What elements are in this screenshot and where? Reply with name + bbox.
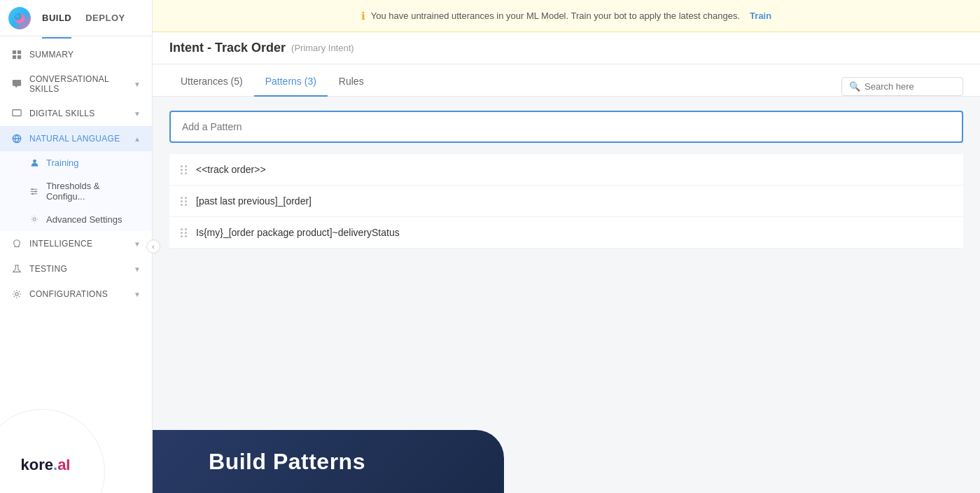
build-patterns-text: Build Patterns <box>209 449 365 475</box>
pattern-list: <<track order>> [past last previous]_[or… <box>169 154 963 249</box>
kore-logo-circle: kore.aI <box>0 409 105 493</box>
sidebar-item-conversational-skills[interactable]: CONVERSATIONAL SKILLS ▼ <box>0 67 152 101</box>
sidebar-item-natural-language[interactable]: NATURAL LANGUAGE ▲ <box>0 126 152 151</box>
sidebar-item-thresholds[interactable]: Thresholds & Configu... <box>0 174 152 208</box>
beaker-icon <box>11 263 22 275</box>
notification-bar: ℹ You have untrained utterances in your … <box>153 0 980 32</box>
pattern-text-2: [past last previous]_[order] <box>196 195 312 207</box>
pattern-item-3: Is{my}_[order package product]~deliveryS… <box>169 217 963 249</box>
search-icon: 🔍 <box>849 81 860 92</box>
app-logo <box>8 7 31 29</box>
sidebar-item-advanced-settings[interactable]: Advanced Settings <box>0 208 152 231</box>
sidebar-item-configurations[interactable]: CONFIGURATIONS ▼ <box>0 282 152 307</box>
sidebar-item-summary[interactable]: SUMMARY <box>0 42 152 67</box>
sidebar-label-configurations: CONFIGURATIONS <box>29 289 127 299</box>
chevron-down-icon-5: ▼ <box>134 291 141 298</box>
tab-rules-label: Rules <box>339 76 364 87</box>
chevron-down-icon-2: ▼ <box>134 110 141 118</box>
tab-rules[interactable]: Rules <box>328 67 375 97</box>
kore-logo: kore.aI <box>21 456 71 474</box>
brain-icon <box>11 238 22 249</box>
pattern-input-container <box>169 111 963 143</box>
sidebar-item-intelligence[interactable]: INTELLIGENCE ▼ <box>0 231 152 256</box>
svg-rect-2 <box>18 50 21 54</box>
tabs-row: Utterances (5) Patterns (3) Rules 🔍 <box>153 64 980 97</box>
pattern-text-3: Is{my}_[order package product]~deliveryS… <box>196 227 400 238</box>
train-link[interactable]: Train <box>750 11 771 21</box>
sidebar-item-testing[interactable]: TESTING ▼ <box>0 256 152 282</box>
add-pattern-input[interactable] <box>182 121 951 132</box>
build-patterns-banner: Build Patterns <box>153 430 504 493</box>
svg-point-9 <box>35 190 36 192</box>
svg-rect-3 <box>13 55 16 59</box>
nav-tab-deploy[interactable]: DEPLOY <box>85 10 125 26</box>
chevron-down-icon-3: ▼ <box>134 240 141 248</box>
natural-language-submenu: Training Thresholds & Configu... Advance… <box>0 151 152 231</box>
language-icon <box>11 133 22 144</box>
sidebar-label-intelligence: INTELLIGENCE <box>29 239 127 249</box>
nav-tab-build[interactable]: BUILD <box>42 10 71 26</box>
tab-patterns[interactable]: Patterns (3) <box>254 67 328 97</box>
svg-point-0 <box>15 13 25 23</box>
svg-point-10 <box>32 193 34 194</box>
nav-tabs: BUILD DEPLOY <box>42 10 125 26</box>
svg-rect-5 <box>13 110 21 116</box>
drag-handle-3[interactable] <box>181 228 188 237</box>
sidebar-label-training: Training <box>46 158 78 168</box>
pattern-item-2: [past last previous]_[order] <box>169 186 963 217</box>
tab-utterances[interactable]: Utterances (5) <box>169 67 254 97</box>
monitor-icon <box>11 108 22 119</box>
chat-icon <box>11 78 22 90</box>
svg-point-7 <box>33 160 36 163</box>
svg-point-11 <box>15 293 18 296</box>
main-content: ℹ You have untrained utterances in your … <box>153 0 980 493</box>
sidebar-label-thresholds: Thresholds & Configu... <box>46 181 141 202</box>
sidebar-label-testing: TESTING <box>29 264 127 274</box>
sidebar-item-training[interactable]: Training <box>0 151 152 174</box>
tab-utterances-label: Utterances (5) <box>181 76 243 87</box>
svg-rect-4 <box>18 55 21 59</box>
page-title: Intent - Track Order <box>169 41 286 55</box>
drag-handle-2[interactable] <box>181 197 188 206</box>
chevron-down-icon: ▼ <box>134 81 141 88</box>
sidebar-collapse-button[interactable]: ‹ <box>146 239 160 254</box>
search-input[interactable] <box>864 81 955 92</box>
sidebar-label-conversational: CONVERSATIONAL SKILLS <box>29 74 127 94</box>
svg-point-8 <box>31 188 33 190</box>
gear-icon <box>29 215 39 225</box>
pattern-text-1: <<track order>> <box>196 164 266 175</box>
search-box: 🔍 <box>841 77 963 96</box>
top-nav-bar: BUILD DEPLOY <box>0 0 152 36</box>
sidebar-label-digital: DIGITAL SKILLS <box>29 109 127 118</box>
page-subtitle: (Primary Intent) <box>291 43 354 53</box>
settings-icon <box>11 289 22 300</box>
notification-message: You have untrained utterances in your ML… <box>371 11 740 21</box>
tab-patterns-label: Patterns (3) <box>265 76 316 87</box>
chevron-down-icon-4: ▼ <box>134 265 141 273</box>
info-icon: ℹ <box>361 10 365 22</box>
person-icon <box>29 158 39 168</box>
page-header: Intent - Track Order (Primary Intent) <box>153 32 980 64</box>
grid-icon <box>11 49 22 60</box>
sidebar: BUILD DEPLOY SUMMARY CONVERSATIONAL SKIL… <box>0 0 153 493</box>
drag-handle-1[interactable] <box>181 165 188 174</box>
sidebar-bottom: kore.aI <box>0 353 153 493</box>
svg-rect-1 <box>13 50 16 54</box>
chevron-up-icon: ▲ <box>134 135 141 143</box>
sidebar-item-digital-skills[interactable]: DIGITAL SKILLS ▼ <box>0 101 152 126</box>
sidebar-label-advanced-settings: Advanced Settings <box>46 214 122 225</box>
sidebar-label-summary: SUMMARY <box>29 50 141 60</box>
pattern-item-1: <<track order>> <box>169 154 963 186</box>
sidebar-label-natural-language: NATURAL LANGUAGE <box>29 134 127 144</box>
sliders-icon <box>29 186 39 196</box>
